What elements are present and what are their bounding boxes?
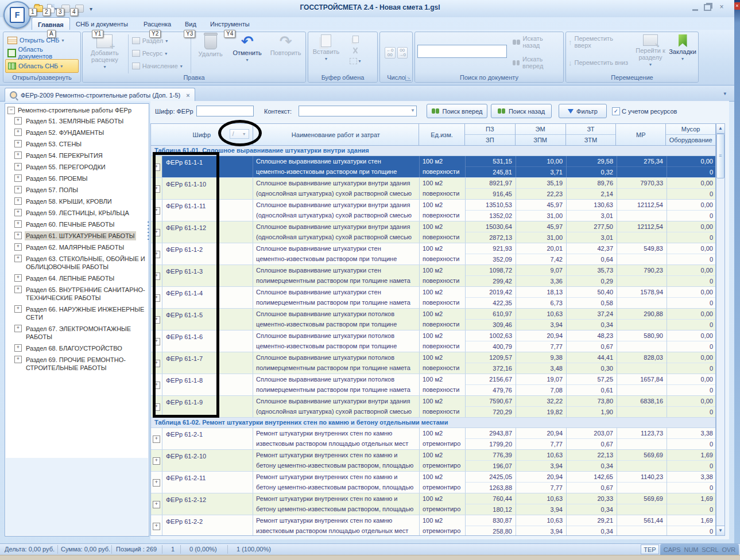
cipher-input[interactable] — [196, 106, 254, 116]
row-expander-cell[interactable]: + — [151, 243, 162, 265]
scroll-up-button[interactable]: ▲ — [716, 124, 724, 134]
tree-item-section[interactable]: +Раздел 67. ЭЛЕКТРОМОНТАЖНЫЕ РАБОТЫ — [13, 323, 149, 343]
header-musor-oborud[interactable]: МусорОборудование — [666, 124, 715, 145]
paste-button[interactable]: Вставить▾ — [308, 32, 344, 73]
header-mr[interactable]: МР — [616, 124, 666, 145]
tab-vid[interactable]: Вид — [179, 17, 202, 30]
tree-item-section[interactable]: +Раздел 57. ПОЛЫ — [13, 184, 149, 196]
bookmarks-button[interactable]: Закладки▾ — [667, 32, 698, 73]
row-expander-cell[interactable]: + — [151, 309, 162, 330]
table-row[interactable]: +ФЕРр 61-1-9Сплошное выравнивание штукат… — [151, 396, 715, 418]
scroll-down-button[interactable]: ▼ — [716, 526, 724, 535]
scrollbar-thumb[interactable] — [716, 134, 724, 178]
expand-plus-icon[interactable]: + — [14, 243, 22, 251]
table-row[interactable]: +ФЕРр 61-2-10Ремонт штукатурки внутренни… — [151, 450, 715, 472]
document-search-input[interactable] — [417, 45, 507, 58]
tree-item-section[interactable]: +Раздел 51. ЗЕМЛЯНЫЕ РАБОТЫ — [13, 115, 149, 127]
cut-icon[interactable] — [352, 48, 358, 53]
decrease-decimals-button[interactable]: ←000 — [385, 47, 395, 59]
table-row[interactable]: +ФЕРр 61-1-7Сплошное выравнивание штукат… — [151, 352, 715, 374]
row-expander-cell[interactable]: + — [151, 156, 162, 177]
tree-item-section[interactable]: +Раздел 56. ПРОЕМЫ — [13, 173, 149, 184]
tree-item-section[interactable]: +Раздел 63. СТЕКОЛЬНЫЕ, ОБОЙНЫЕ И ОБЛИЦО… — [13, 253, 149, 273]
row-expander-cell[interactable]: + — [151, 200, 162, 221]
expand-plus-icon[interactable]: + — [14, 151, 22, 159]
expand-plus-icon[interactable]: + — [153, 294, 160, 302]
increase-decimals-button[interactable]: 00→0 — [397, 47, 408, 59]
expand-plus-icon[interactable]: + — [153, 501, 160, 508]
close-button[interactable]: × — [717, 3, 726, 11]
expand-plus-icon[interactable]: + — [14, 197, 22, 205]
tree-item-section[interactable]: +Раздел 65. ВНУТРЕННИЕ САНИТАРНО-ТЕХНИЧЕ… — [13, 284, 149, 304]
expand-plus-icon[interactable]: + — [153, 207, 160, 215]
expand-plus-icon[interactable]: + — [14, 117, 22, 125]
expand-plus-icon[interactable]: + — [153, 457, 160, 465]
row-expander-cell[interactable]: + — [151, 450, 162, 471]
expand-plus-icon[interactable]: + — [153, 435, 160, 443]
tree-item-section[interactable]: +Раздел 53. СТЕНЫ — [13, 138, 149, 150]
row-expander-cell[interactable]: + — [151, 515, 162, 536]
documents-area-button[interactable]: Область документов — [5, 46, 79, 59]
expand-plus-icon[interactable]: + — [14, 356, 22, 363]
header-pz-zp[interactable]: ПЗЗП — [465, 124, 516, 145]
expand-plus-icon[interactable]: + — [153, 523, 160, 530]
expand-plus-icon[interactable]: + — [14, 140, 22, 147]
expand-plus-icon[interactable]: + — [14, 325, 22, 332]
tree-item-section[interactable]: +Раздел 68. БЛАГОУСТРОЙСТВО — [13, 343, 149, 354]
application-menu-button[interactable]: F — [3, 1, 31, 29]
tab-instrumenty[interactable]: Инструменты — [204, 17, 255, 30]
resources-checkbox[interactable]: ✓ — [612, 107, 620, 115]
table-row[interactable]: +ФЕРр 61-1-3Сплошное выравнивание штукат… — [151, 265, 715, 287]
header-name[interactable]: Наименование работ и затрат — [253, 124, 419, 145]
move-up-button[interactable]: ↑Переместить вверх — [566, 36, 634, 48]
splitter-grip[interactable] — [148, 221, 149, 241]
tab-rascenka[interactable]: Расценка — [138, 17, 177, 30]
redo-button[interactable]: ↷Повторить — [266, 32, 305, 73]
table-row[interactable]: +ФЕРр 61-1-1Сплошное выравнивание штукат… — [151, 156, 715, 178]
table-row[interactable]: +ФЕРр 61-2-1Ремонт штукатурки внутренних… — [151, 428, 715, 450]
add-resource-button[interactable]: Ресурс▾ — [130, 47, 189, 60]
table-row[interactable]: +ФЕРр 61-1-11Сплошное выравнивание штука… — [151, 200, 715, 221]
expand-plus-icon[interactable]: + — [14, 186, 22, 193]
header-code[interactable]: Шифр /▼ — [151, 124, 253, 145]
expand-plus-icon[interactable]: + — [153, 164, 160, 171]
tree-item-section[interactable]: +Раздел 54. ПЕРЕКРЫТИЯ — [13, 150, 149, 161]
expand-plus-icon[interactable]: + — [14, 220, 22, 228]
expand-plus-icon[interactable]: + — [14, 163, 22, 170]
tree-root[interactable]: − Ремонтно-строительные работы ФЕРр — [5, 104, 149, 115]
tree-item-section[interactable]: +Раздел 52. ФУНДАМЕНТЫ — [13, 127, 149, 138]
table-row[interactable]: +ФЕРр 61-1-4Сплошное выравнивание штукат… — [151, 287, 715, 309]
expand-plus-icon[interactable]: + — [153, 479, 160, 487]
add-rate-button[interactable]: Добавить расценку▾ — [83, 32, 127, 73]
table-row[interactable]: +ФЕРр 61-1-2Сплошное выравнивание штукат… — [151, 243, 715, 265]
qat-more-button[interactable]: ▾ — [90, 6, 92, 12]
expand-plus-icon[interactable]: + — [153, 316, 160, 324]
select-marquee-icon[interactable] — [350, 58, 357, 64]
expand-plus-icon[interactable]: + — [14, 209, 22, 216]
row-expander-cell[interactable]: + — [151, 330, 162, 352]
table-row[interactable]: +ФЕРр 61-1-6Сплошное выравнивание штукат… — [151, 330, 715, 352]
expand-plus-icon[interactable]: + — [14, 129, 22, 136]
move-down-button[interactable]: ↓Переместить вниз — [566, 56, 634, 69]
expand-plus-icon[interactable]: + — [14, 305, 22, 313]
open-snb-button[interactable]: Открыть СНБ▾ — [5, 34, 79, 46]
expand-plus-icon[interactable]: + — [153, 360, 160, 367]
tree-item-section[interactable]: +Раздел 61. ШТУКАТУРНЫЕ РАБОТЫ — [13, 230, 149, 242]
table-row[interactable]: +ФЕРр 61-2-12Ремонт штукатурки внутренни… — [151, 493, 715, 515]
expand-plus-icon[interactable]: + — [14, 344, 22, 352]
expand-plus-icon[interactable]: + — [153, 229, 160, 236]
row-expander-cell[interactable]: + — [151, 396, 162, 417]
tree-item-section[interactable]: +Раздел 55. ПЕРЕГОРОДКИ — [13, 161, 149, 173]
table-row[interactable]: +ФЕРр 61-1-10Сплошное выравнивание штука… — [151, 178, 715, 200]
vertical-scrollbar[interactable]: ▲ ▼ — [716, 123, 725, 536]
table-row[interactable]: +ФЕРр 61-2-2Ремонт штукатурки внутренних… — [151, 515, 715, 536]
header-zt-ztm[interactable]: ЗТЗТМ — [566, 124, 617, 145]
row-expander-cell[interactable]: + — [151, 472, 162, 493]
search-backward-button[interactable]: Искать назад — [510, 36, 561, 48]
tab-list-chevron-icon[interactable]: ▾ — [723, 91, 726, 96]
row-expander-cell[interactable]: + — [151, 287, 162, 308]
filter-button[interactable]: Фильтр — [559, 104, 607, 118]
row-expander-cell[interactable]: + — [151, 374, 162, 395]
expand-plus-icon[interactable]: + — [153, 382, 160, 389]
row-expander-cell[interactable]: + — [151, 265, 162, 286]
